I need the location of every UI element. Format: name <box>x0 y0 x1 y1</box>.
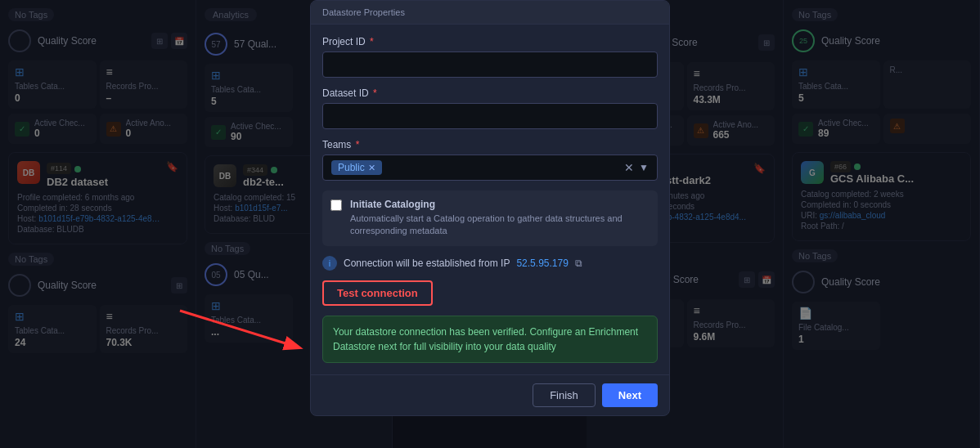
teams-label: Teams * <box>322 139 658 150</box>
initiate-cataloging-checkbox[interactable] <box>330 199 342 211</box>
teams-controls: ✕ ▼ <box>624 161 649 174</box>
public-team-tag[interactable]: Public ✕ <box>331 160 382 175</box>
required-star-project: * <box>367 36 374 47</box>
required-star-teams: * <box>353 139 359 150</box>
catalog-title: Initiate Cataloging <box>350 199 650 210</box>
project-id-group: Project ID * <box>322 36 658 78</box>
finish-button[interactable]: Finish <box>533 383 596 407</box>
datastore-properties-modal: Datastore Properties Project ID * Datase… <box>310 0 670 416</box>
ip-prefix-text: Connection will be established from IP <box>344 258 510 269</box>
teams-row[interactable]: Public ✕ ✕ ▼ <box>322 155 658 181</box>
success-banner: Your datastore connection has been verif… <box>322 316 658 363</box>
dropdown-teams-icon[interactable]: ▼ <box>639 162 649 173</box>
modal-footer: Finish Next <box>311 374 669 415</box>
success-text: Your datastore connection has been verif… <box>333 325 647 354</box>
dataset-id-input[interactable] <box>322 103 658 129</box>
ip-address-text: 52.5.95.179 <box>516 258 568 269</box>
clear-teams-icon[interactable]: ✕ <box>624 161 634 174</box>
initiate-cataloging-row: Initiate Cataloging Automatically start … <box>322 190 658 246</box>
catalog-text: Initiate Cataloging Automatically start … <box>350 199 650 238</box>
modal-header: Datastore Properties <box>311 1 669 25</box>
modal-overlay: Datastore Properties Project ID * Datase… <box>0 0 980 448</box>
project-id-input[interactable] <box>322 52 658 78</box>
project-id-label: Project ID * <box>322 36 658 47</box>
dataset-id-label: Dataset ID * <box>322 87 658 99</box>
required-star-dataset: * <box>371 87 377 99</box>
ip-info-row: i Connection will be established from IP… <box>322 256 658 271</box>
info-icon: i <box>322 256 337 271</box>
next-button[interactable]: Next <box>602 383 658 407</box>
copy-ip-icon[interactable]: ⧉ <box>575 258 582 269</box>
catalog-desc: Automatically start a Catalog operation … <box>350 213 650 238</box>
modal-body: Project ID * Dataset ID * Teams * Public <box>311 25 669 374</box>
teams-group: Teams * Public ✕ ✕ ▼ <box>322 139 658 181</box>
dataset-id-group: Dataset ID * <box>322 87 658 129</box>
team-tag-close[interactable]: ✕ <box>368 163 375 173</box>
test-connection-button[interactable]: Test connection <box>322 280 433 306</box>
